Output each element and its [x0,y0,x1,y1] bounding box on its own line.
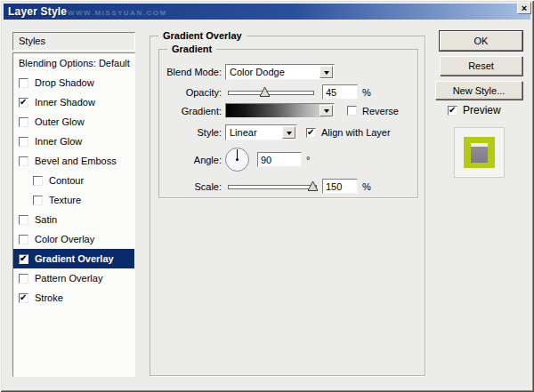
list-item[interactable]: Pattern Overlay [13,268,134,288]
style-checkbox[interactable] [19,293,28,303]
style-checkbox[interactable] [33,196,43,205]
angle-dial[interactable] [225,148,249,172]
opacity-slider[interactable] [228,86,314,99]
list-item-label: Bevel and Emboss [35,156,117,166]
list-item-label: Stroke [35,292,63,303]
style-value: Linear [230,127,257,138]
chevron-down-icon [324,109,329,116]
scale-slider-groove[interactable] [228,185,317,189]
list-item[interactable]: Inner Shadow [13,92,134,112]
list-item[interactable]: Gradient Overlay [13,249,134,268]
list-item[interactable]: Satin [13,210,134,229]
angle-unit: ° [306,155,310,165]
blend-mode-dropdown-button[interactable] [320,66,333,78]
reset-button[interactable]: Reset [440,56,522,76]
layer-style-dialog: Layer Style www.missyuan.com × Styles Bl… [0,0,534,392]
style-checkbox[interactable] [19,156,28,166]
close-icon: × [522,4,527,13]
opacity-label: Opacity: [159,87,222,98]
scale-unit: % [362,181,371,192]
list-item-label: Gradient Overlay [35,253,114,264]
list-item[interactable]: Inner Glow [13,132,134,151]
scale-label: Scale: [159,181,222,192]
close-button[interactable]: × [517,2,531,14]
blend-mode-label: Blend Mode: [159,67,222,77]
style-dropdown-button[interactable] [282,126,295,139]
gradient-group: Gradient Blend Mode: Color Dodge Opacity… [158,49,418,198]
list-item[interactable]: Bevel and Emboss [13,151,134,171]
style-checkbox[interactable] [19,235,28,244]
opacity-unit: % [362,87,371,98]
preview-stroke-swatch [464,137,495,168]
list-item[interactable]: Outer Glow [13,112,134,132]
style-checkbox[interactable] [19,98,28,108]
styles-list: Blending Options: Default Drop Shadow In… [12,52,135,377]
blending-options-label: Blending Options: Default [19,58,130,68]
list-item-label: Inner Glow [35,136,82,147]
list-item-label: Drop Shadow [35,77,94,88]
reverse-label: Reverse [362,106,399,116]
scale-slider-thumb[interactable] [308,181,318,191]
angle-label: Angle: [159,155,222,165]
list-item-label: Contour [49,175,84,186]
list-item-label: Satin [35,214,57,225]
list-item[interactable]: Texture [13,190,134,210]
watermark-text: www.missyuan.com [68,9,167,17]
blend-mode-value: Color Dodge [230,67,285,77]
list-item-label: Texture [49,195,81,205]
style-label: Style: [159,127,222,138]
opacity-input[interactable] [322,84,358,100]
align-label: Align with Layer [321,127,391,138]
blend-mode-dropdown[interactable]: Color Dodge [225,64,335,80]
list-item[interactable]: Contour [13,171,134,190]
gradient-overlay-group: Gradient Overlay Gradient Blend Mode: Co… [150,36,425,376]
gradient-label: Gradient: [159,106,222,116]
preview-checkbox[interactable] [448,106,457,116]
gradient-preview-well[interactable] [225,103,335,118]
list-item-blending-options[interactable]: Blending Options: Default [13,53,134,73]
layer-preview-thumbnail [454,127,505,178]
opacity-slider-groove[interactable] [228,91,314,95]
style-checkbox[interactable] [19,274,28,284]
new-style-button[interactable]: New Style... [435,81,522,100]
list-item[interactable]: Stroke [13,288,134,308]
style-checkbox[interactable] [19,137,28,147]
list-item-label: Color Overlay [35,234,94,244]
gradient-dropdown-button[interactable] [320,105,333,116]
ok-button[interactable]: OK [440,31,522,51]
gradient-group-title: Gradient [167,44,216,54]
style-checkbox[interactable] [19,78,28,88]
angle-input[interactable] [257,152,302,167]
opacity-slider-thumb[interactable] [260,87,270,97]
preview-gradient-swatch [471,143,488,163]
style-checkbox[interactable] [19,215,28,225]
style-checkbox[interactable] [33,176,43,186]
reverse-checkbox[interactable] [347,106,357,116]
style-dropdown[interactable]: Linear [225,124,297,140]
chevron-down-icon [287,132,292,138]
styles-panel-header: Styles [12,32,135,51]
scale-slider[interactable] [228,180,317,193]
list-item[interactable]: Color Overlay [13,229,134,249]
list-item-label: Outer Glow [35,116,85,127]
style-checkbox[interactable] [19,254,28,264]
list-item[interactable]: Drop Shadow [13,73,134,92]
gradient-overlay-group-title: Gradient Overlay [158,30,247,41]
list-item-label: Pattern Overlay [35,273,102,284]
preview-label: Preview [463,104,501,116]
chevron-down-icon [324,71,329,77]
align-checkbox[interactable] [306,128,316,138]
scale-input[interactable] [322,179,358,194]
style-checkbox[interactable] [19,117,28,127]
list-item-label: Inner Shadow [35,97,95,108]
title-bar[interactable]: Layer Style www.missyuan.com [4,4,530,20]
dialog-title: Layer Style [4,5,67,18]
